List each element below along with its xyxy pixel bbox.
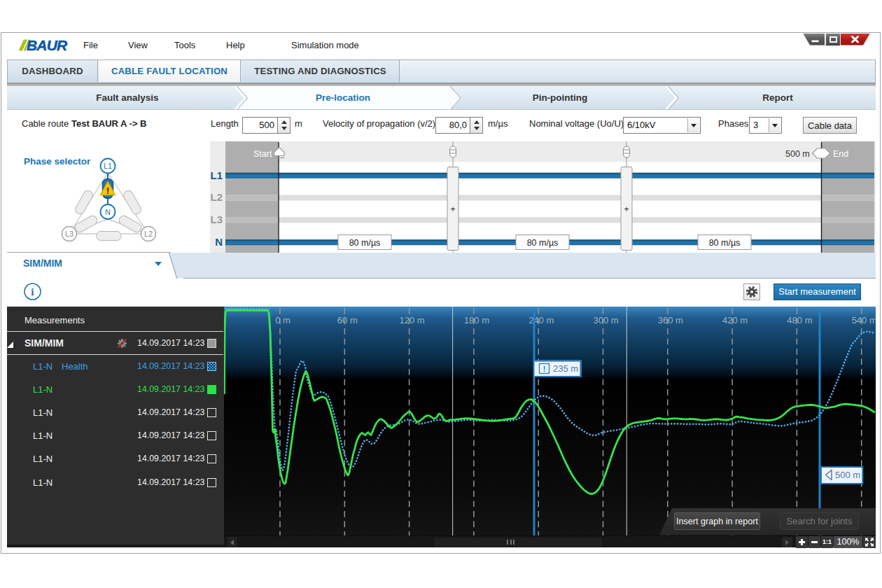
svg-text:360 m: 360 m xyxy=(658,315,683,326)
svg-text:N: N xyxy=(105,208,111,216)
svg-text:L1: L1 xyxy=(210,169,223,181)
svg-text:L2: L2 xyxy=(210,191,223,203)
svg-text:L2: L2 xyxy=(144,230,153,238)
svg-text:120 m: 120 m xyxy=(400,315,425,326)
svg-text:i: i xyxy=(31,286,34,298)
svg-text:!: ! xyxy=(543,365,546,373)
svg-text:500 m: 500 m xyxy=(785,149,810,159)
svg-text:L3: L3 xyxy=(210,214,223,225)
svg-text:180 m: 180 m xyxy=(464,315,489,326)
svg-text:500 m: 500 m xyxy=(835,470,860,480)
svg-text:80 m/µs: 80 m/µs xyxy=(527,238,559,248)
svg-text:420 m: 420 m xyxy=(722,315,748,326)
svg-text:+: + xyxy=(450,204,455,214)
svg-text:N: N xyxy=(215,236,223,248)
svg-text:End: End xyxy=(833,149,848,159)
svg-text:!: ! xyxy=(106,186,109,196)
svg-text:L3: L3 xyxy=(65,230,74,238)
svg-text:60 m: 60 m xyxy=(337,315,358,326)
svg-text:80 m/µs: 80 m/µs xyxy=(349,238,381,248)
svg-text:540 m: 540 m xyxy=(852,315,876,326)
svg-text:+: + xyxy=(624,204,629,214)
svg-text:0 m: 0 m xyxy=(275,315,290,326)
svg-text:80 m/µs: 80 m/µs xyxy=(709,238,741,248)
svg-text:235 m: 235 m xyxy=(553,363,578,374)
svg-text:BAUR: BAUR xyxy=(27,38,68,52)
svg-text:240 m: 240 m xyxy=(528,315,554,326)
svg-text:Start: Start xyxy=(253,149,272,159)
svg-text:L1: L1 xyxy=(104,162,112,170)
svg-text:300 m: 300 m xyxy=(593,315,618,326)
svg-text:480 m: 480 m xyxy=(787,315,812,326)
